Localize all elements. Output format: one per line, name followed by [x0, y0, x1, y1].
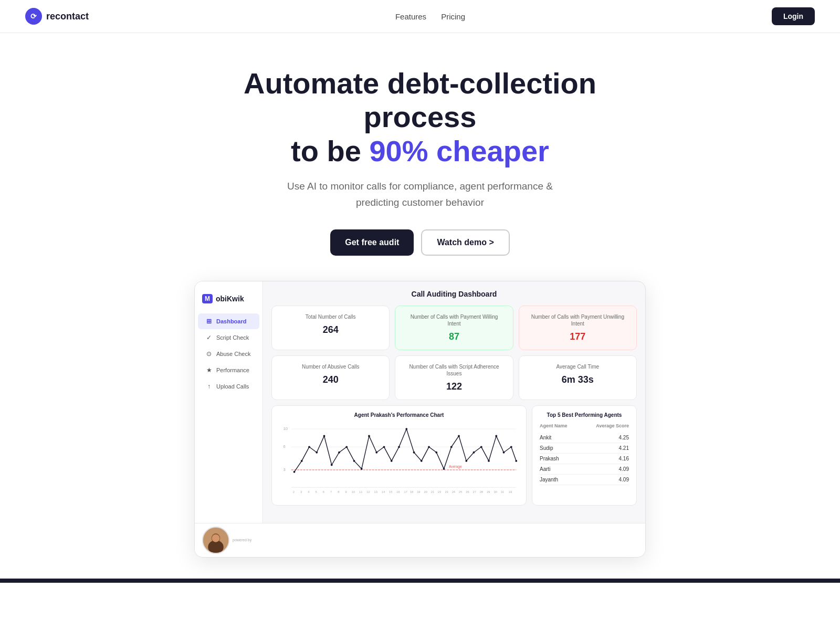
svg-point-33 — [473, 452, 475, 454]
svg-point-25 — [413, 452, 415, 454]
card-willing-label: Number of Calls with Payment Willing Int… — [404, 313, 504, 327]
svg-text:16: 16 — [396, 490, 400, 494]
svg-point-28 — [435, 452, 437, 454]
hero-title: Automate debt-collection process to be 9… — [210, 67, 630, 168]
agent-score-4: 4.09 — [619, 477, 629, 482]
hero-section: Automate debt-collection process to be 9… — [0, 33, 840, 579]
svg-text:18: 18 — [410, 490, 413, 494]
svg-text:11: 11 — [359, 490, 362, 494]
svg-point-22 — [391, 460, 393, 462]
card-abusive-calls: Number of Abusive Calls 240 — [271, 355, 390, 400]
bottom-row: Agent Prakash's Performance Chart 10 6 3 — [271, 405, 637, 506]
hero-title-part1: Automate debt-collection process — [244, 67, 596, 133]
svg-text:3: 3 — [284, 467, 286, 472]
avatar-image — [203, 527, 228, 554]
card-avg-call-time: Average Call Time 6m 33s — [519, 355, 637, 400]
sidebar-label-performance: Performance — [216, 367, 249, 373]
sidebar-item-dashboard[interactable]: ⊞ Dashboard — [198, 313, 259, 329]
svg-text:29: 29 — [487, 490, 490, 494]
svg-point-17 — [353, 460, 355, 462]
svg-point-24 — [405, 428, 407, 430]
sidebar-item-performance[interactable]: ★ Performance — [198, 362, 259, 378]
card-willing-value: 87 — [404, 331, 504, 342]
agents-col-score: Average Score — [596, 423, 629, 428]
get-free-audit-button[interactable]: Get free audit — [330, 229, 414, 256]
login-button[interactable]: Login — [772, 7, 815, 25]
agents-panel: Top 5 Best Performing Agents Agent Name … — [532, 405, 637, 506]
svg-point-21 — [383, 446, 385, 448]
svg-text:15: 15 — [389, 490, 392, 494]
sidebar: M obiKwik ⊞ Dashboard ✓ Script Check ⊙ A… — [195, 281, 263, 523]
logo-text: recontact — [46, 11, 89, 22]
card-abusive-label: Number of Abusive Calls — [280, 363, 381, 370]
svg-point-15 — [338, 452, 340, 454]
footer-bar — [0, 579, 840, 583]
chart-panel: Agent Prakash's Performance Chart 10 6 3 — [271, 405, 527, 506]
card-avg-label: Average Call Time — [528, 363, 628, 370]
svg-text:3: 3 — [300, 490, 302, 494]
sidebar-item-scriptcheck[interactable]: ✓ Script Check — [198, 330, 259, 345]
sidebar-label-scriptcheck: Script Check — [216, 334, 249, 341]
svg-text:26: 26 — [466, 490, 469, 494]
svg-text:10: 10 — [352, 490, 355, 494]
nav-links: Features Pricing — [395, 12, 465, 21]
card-unwilling-intent: Number of Calls with Payment Unwilling I… — [519, 306, 637, 350]
sidebar-logo: M obiKwik — [195, 290, 262, 313]
svg-text:8: 8 — [338, 490, 339, 494]
svg-text:Average: Average — [449, 465, 462, 469]
svg-point-39 — [515, 460, 517, 462]
agent-score-0: 4.25 — [619, 435, 629, 440]
sidebar-item-abusecheck[interactable]: ⊙ Abuse Check — [198, 346, 259, 362]
svg-text:20: 20 — [424, 490, 427, 494]
svg-point-10 — [301, 460, 303, 462]
svg-text:22: 22 — [438, 490, 441, 494]
cards-row-2: Number of Abusive Calls 240 Number of Ca… — [271, 355, 637, 400]
svg-point-36 — [495, 435, 497, 437]
agent-row-1: Sudip 4.21 — [540, 443, 629, 454]
card-unwilling-label: Number of Calls with Payment Unwilling I… — [528, 313, 628, 327]
chart-title: Agent Prakash's Performance Chart — [279, 412, 519, 418]
svg-text:27: 27 — [473, 490, 476, 494]
svg-text:21: 21 — [431, 490, 434, 494]
svg-text:30: 30 — [494, 490, 497, 494]
agent-name-0: Ankit — [540, 435, 551, 440]
svg-text:17: 17 — [404, 490, 407, 494]
dashboard-icon: ⊞ — [205, 318, 213, 325]
agents-col-name: Agent Name — [540, 423, 568, 428]
agent-name-2: Prakash — [540, 456, 559, 461]
nav-pricing[interactable]: Pricing — [441, 12, 465, 21]
logo: ⟳ recontact — [25, 8, 89, 25]
dashboard-preview: M obiKwik ⊞ Dashboard ✓ Script Check ⊙ A… — [194, 281, 646, 558]
svg-point-38 — [510, 446, 512, 448]
agents-panel-title: Top 5 Best Performing Agents — [540, 412, 629, 418]
sidebar-item-uploadcalls[interactable]: ↑ Upload Calls — [198, 379, 259, 394]
cards-row-1: Total Number of Calls 264 Number of Call… — [271, 306, 637, 350]
agent-row-0: Ankit 4.25 — [540, 433, 629, 443]
svg-point-37 — [503, 452, 505, 454]
performance-icon: ★ — [205, 366, 213, 374]
watch-demo-button[interactable]: Watch demo > — [421, 229, 509, 256]
card-total-calls: Total Number of Calls 264 — [271, 306, 390, 350]
agent-name-1: Sudip — [540, 445, 553, 451]
svg-point-32 — [465, 460, 467, 462]
nav-features[interactable]: Features — [395, 12, 426, 21]
svg-point-35 — [488, 460, 490, 462]
svg-text:24: 24 — [452, 490, 455, 494]
svg-point-18 — [361, 468, 363, 470]
svg-text:31: 31 — [501, 490, 504, 494]
svg-point-27 — [428, 446, 430, 448]
svg-point-26 — [421, 460, 423, 462]
svg-point-20 — [375, 452, 377, 454]
svg-text:5: 5 — [315, 490, 317, 494]
card-avg-value: 6m 33s — [528, 374, 628, 385]
agents-header: Agent Name Average Score — [540, 423, 629, 428]
svg-point-11 — [308, 446, 310, 448]
agent-name-4: Jayanth — [540, 477, 558, 482]
svg-text:10: 10 — [284, 426, 288, 431]
main-content: Call Auditing Dashboard Total Number of … — [263, 281, 645, 523]
svg-point-12 — [316, 452, 318, 454]
svg-point-16 — [345, 446, 348, 448]
svg-text:12: 12 — [366, 490, 370, 494]
svg-point-30 — [450, 446, 453, 448]
card-willing-intent: Number of Calls with Payment Willing Int… — [395, 306, 513, 350]
